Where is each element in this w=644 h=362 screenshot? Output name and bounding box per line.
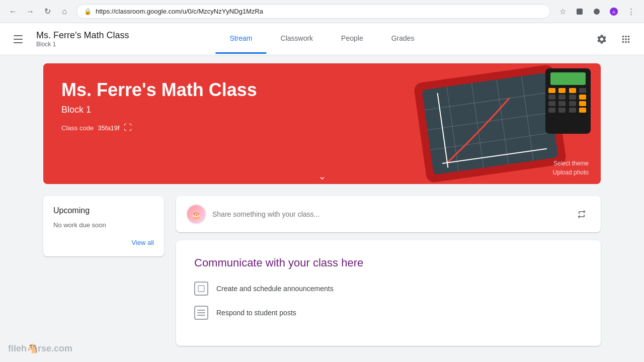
svg-line-5 xyxy=(428,113,552,130)
communicate-box: Communicate with your class here Create … xyxy=(176,240,601,346)
hamburger-icon xyxy=(14,35,23,43)
class-name: Ms. Ferre's Math Class xyxy=(36,30,129,41)
view-all-link[interactable]: View all xyxy=(53,239,154,246)
home-button[interactable]: ⌂ xyxy=(57,5,71,19)
app-header: Ms. Ferre's Math Class Block 1 Stream Cl… xyxy=(0,23,644,55)
svg-line-6 xyxy=(430,132,555,150)
more-menu-button[interactable]: ⋮ xyxy=(624,5,638,19)
posts-icon xyxy=(194,306,208,320)
tablet-screen xyxy=(422,72,558,174)
tab-grades[interactable]: Grades xyxy=(377,24,429,54)
no-work-text: No work due soon xyxy=(53,221,154,229)
svg-line-8 xyxy=(471,83,484,167)
svg-line-10 xyxy=(521,76,533,160)
browser-nav-icons: ← → ↻ ⌂ xyxy=(6,5,71,19)
expand-icon[interactable]: ⛶ xyxy=(124,123,132,132)
svg-line-9 xyxy=(497,79,509,164)
chevron-down-icon[interactable]: ⌄ xyxy=(318,170,327,182)
calculator-decoration xyxy=(545,68,591,134)
main-content: Ms. Ferre's Math Class Block 1 Class cod… xyxy=(35,55,609,354)
share-repeat-icon[interactable] xyxy=(573,205,591,223)
svg-line-11 xyxy=(437,93,448,168)
communicate-item-posts: Respond to student posts xyxy=(194,306,583,320)
filehorse-watermark: fileh🐴rse.com xyxy=(8,343,72,354)
class-title-block: Ms. Ferre's Math Class Block 1 xyxy=(36,30,129,48)
share-input[interactable] xyxy=(212,210,567,218)
announcement-text: Create and schedule announcements xyxy=(216,285,334,293)
tab-people[interactable]: People xyxy=(327,24,377,54)
nav-tabs: Stream Classwork People Grades xyxy=(215,24,428,54)
extension-icon-1[interactable] xyxy=(573,5,587,19)
avatar: 🎂 xyxy=(186,204,206,224)
profile-icon[interactable]: A xyxy=(607,5,621,19)
svg-rect-0 xyxy=(577,9,583,15)
content-grid: Upcoming No work due soon View all 🎂 xyxy=(43,196,601,346)
bookmark-button[interactable]: ☆ xyxy=(555,5,570,19)
svg-line-12 xyxy=(442,149,547,163)
url-text: https://classroom.google.com/u/0/c/MzcyN… xyxy=(96,8,543,15)
share-box: 🎂 xyxy=(176,196,601,232)
svg-rect-13 xyxy=(198,286,204,292)
announcement-icon xyxy=(194,282,208,296)
settings-button[interactable] xyxy=(592,29,612,49)
back-button[interactable]: ← xyxy=(6,5,20,19)
forward-button[interactable]: → xyxy=(23,5,37,19)
svg-text:A: A xyxy=(612,10,615,15)
header-right xyxy=(592,29,636,49)
header-left: Ms. Ferre's Math Class Block 1 xyxy=(8,29,129,49)
hamburger-button[interactable] xyxy=(8,29,28,49)
communicate-title: Communicate with your class here xyxy=(194,256,583,269)
tablet-decoration xyxy=(413,64,567,183)
tab-stream[interactable]: Stream xyxy=(215,24,266,54)
class-code-label: Class code xyxy=(61,124,94,132)
reload-button[interactable]: ↻ xyxy=(40,5,54,19)
avatar-image: 🎂 xyxy=(187,205,205,223)
hero-bottom-bar: ⌄ xyxy=(43,168,601,184)
filehorse-text: fileh🐴rse.com xyxy=(8,343,72,353)
tab-classwork[interactable]: Classwork xyxy=(267,24,328,54)
browser-chrome: ← → ↻ ⌂ 🔒 https://classroom.google.com/u… xyxy=(0,0,644,23)
svg-point-1 xyxy=(594,9,600,15)
class-subtitle: Block 1 xyxy=(36,41,129,48)
lock-icon: 🔒 xyxy=(84,8,92,15)
svg-line-4 xyxy=(425,93,549,110)
hero-bottom-links: Select theme Upload photo xyxy=(553,160,589,176)
upload-photo-link[interactable]: Upload photo xyxy=(553,169,589,176)
apps-button[interactable] xyxy=(616,29,636,49)
class-code-value: 35fa19f xyxy=(98,124,119,132)
stream-panel: 🎂 Communicate with your class here xyxy=(176,196,601,346)
hero-banner: Ms. Ferre's Math Class Block 1 Class cod… xyxy=(43,63,601,184)
upcoming-card: Upcoming No work due soon View all xyxy=(43,196,164,256)
browser-right-icons: ☆ A ⋮ xyxy=(555,5,638,19)
communicate-item-announcements: Create and schedule announcements xyxy=(194,282,583,296)
address-bar[interactable]: 🔒 https://classroom.google.com/u/0/c/Mzc… xyxy=(76,4,550,19)
posts-text: Respond to student posts xyxy=(216,309,296,317)
extension-icon-2[interactable] xyxy=(590,5,604,19)
select-theme-link[interactable]: Select theme xyxy=(553,160,589,167)
upcoming-title: Upcoming xyxy=(53,206,154,215)
